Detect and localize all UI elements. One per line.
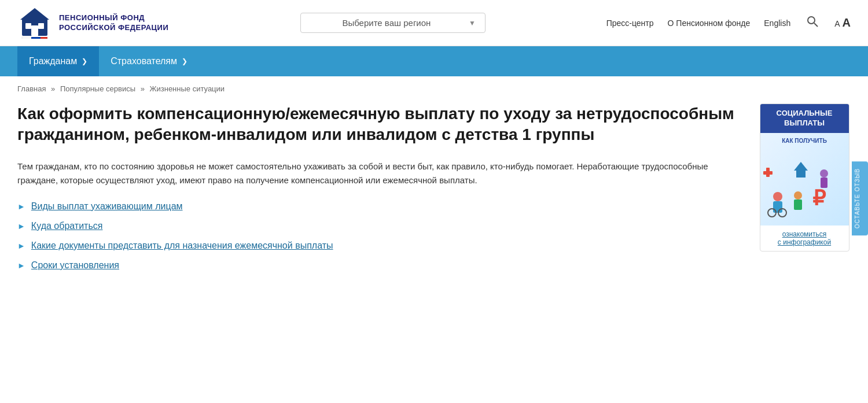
svg-rect-5 bbox=[22, 37, 31, 39]
header: ПЕНСИОННЫЙ ФОНД РОССИЙСКОЙ ФЕДЕРАЦИИ Выб… bbox=[0, 0, 868, 46]
logo-title-line1: ПЕНСИОННЫЙ ФОНД bbox=[59, 13, 168, 23]
region-select-area: Выберите ваш регион ▼ bbox=[179, 13, 606, 33]
svg-rect-3 bbox=[38, 23, 44, 29]
list-item: ► Какие документы представить для назнач… bbox=[17, 241, 741, 251]
infographic-link[interactable]: ознакомитьсяс инфографикой bbox=[760, 225, 849, 251]
breadcrumb: Главная » Популярные сервисы » Жизненные… bbox=[0, 76, 868, 98]
intro-text: Тем гражданам, кто по состоянию здоровья… bbox=[17, 160, 712, 187]
breadcrumb-current: Жизненные ситуации bbox=[149, 84, 225, 93]
svg-rect-7 bbox=[41, 37, 47, 39]
main-navbar: Гражданам ❯ Страхователям ❯ bbox=[0, 46, 868, 76]
nav-citizens[interactable]: Гражданам ❯ bbox=[17, 46, 99, 76]
nav-citizens-label: Гражданам bbox=[29, 56, 77, 66]
breadcrumb-sep2: » bbox=[141, 84, 145, 93]
infographic-sub: КАК ПОЛУЧИТЬ bbox=[782, 138, 827, 144]
search-button[interactable] bbox=[804, 13, 821, 32]
arrow-icon-3: ► bbox=[17, 241, 25, 250]
content-sidebar: СОЦИАЛЬНЫЕ ВЫПЛАТЫ КАК ПОЛУЧИТЬ ₽ bbox=[758, 103, 851, 271]
svg-rect-6 bbox=[31, 37, 41, 39]
svg-point-14 bbox=[794, 191, 802, 199]
breadcrumb-sep1: » bbox=[51, 84, 55, 93]
breadcrumb-home[interactable]: Главная bbox=[17, 84, 46, 93]
region-dropdown[interactable]: Выберите ваш регион ▼ bbox=[300, 13, 486, 33]
arrow-icon-4: ► bbox=[17, 261, 25, 270]
font-size-controls[interactable]: A A bbox=[834, 16, 851, 29]
arrow-icon-2: ► bbox=[17, 221, 25, 231]
infographic-svg: ₽ bbox=[760, 145, 841, 220]
links-list: ► Виды выплат ухаживающим лицам ► Куда о… bbox=[17, 201, 741, 271]
list-item: ► Виды выплат ухаживающим лицам bbox=[17, 201, 741, 212]
svg-text:₽: ₽ bbox=[812, 186, 826, 210]
svg-rect-15 bbox=[794, 199, 802, 210]
side-tab[interactable]: ОСТАВЬТЕ ОТЗЫВ bbox=[852, 161, 868, 235]
list-item: ► Куда обратиться bbox=[17, 221, 741, 231]
infographic-header: СОЦИАЛЬНЫЕ ВЫПЛАТЫ bbox=[760, 104, 849, 133]
svg-rect-2 bbox=[25, 23, 31, 29]
link-terms[interactable]: Сроки установления bbox=[31, 260, 119, 271]
search-icon bbox=[807, 16, 818, 27]
svg-rect-22 bbox=[821, 178, 827, 188]
link-types-of-payments[interactable]: Виды выплат ухаживающим лицам bbox=[31, 201, 183, 212]
pfr-logo-icon bbox=[17, 7, 52, 39]
svg-marker-19 bbox=[794, 162, 808, 171]
link-where-to-apply[interactable]: Куда обратиться bbox=[31, 221, 103, 231]
nav-insurers-label: Страхователям bbox=[111, 56, 177, 66]
list-item: ► Сроки установления bbox=[17, 260, 741, 271]
svg-point-8 bbox=[808, 17, 815, 24]
about-link[interactable]: О Пенсионном фонде bbox=[668, 19, 751, 28]
svg-point-21 bbox=[820, 169, 828, 178]
region-dropdown-text: Выберите ваш регион bbox=[310, 18, 463, 28]
font-small-label[interactable]: A bbox=[834, 19, 840, 28]
infographic-card: СОЦИАЛЬНЫЕ ВЫПЛАТЫ КАК ПОЛУЧИТЬ ₽ bbox=[760, 103, 849, 252]
nav-insurers[interactable]: Страхователям ❯ bbox=[99, 46, 199, 76]
chevron-down-icon: ▼ bbox=[469, 19, 476, 27]
link-documents[interactable]: Какие документы представить для назначен… bbox=[31, 241, 333, 251]
logo-title-line2: РОССИЙСКОЙ ФЕДЕРАЦИИ bbox=[59, 23, 168, 33]
content-left: Как оформить компенсационную/ежемесячную… bbox=[17, 103, 741, 271]
svg-rect-4 bbox=[31, 25, 38, 36]
svg-point-10 bbox=[773, 192, 782, 201]
svg-rect-11 bbox=[773, 201, 782, 213]
svg-rect-20 bbox=[796, 171, 806, 178]
font-large-label[interactable]: A bbox=[843, 16, 851, 29]
svg-rect-18 bbox=[763, 171, 773, 175]
main-content: Как оформить компенсационную/ежемесячную… bbox=[0, 98, 868, 288]
infographic-image: КАК ПОЛУЧИТЬ ₽ bbox=[760, 133, 849, 225]
header-nav: Пресс-центр О Пенсионном фонде English A… bbox=[606, 13, 851, 32]
svg-point-12 bbox=[768, 209, 776, 217]
breadcrumb-popular[interactable]: Популярные сервисы bbox=[60, 84, 135, 93]
press-center-link[interactable]: Пресс-центр bbox=[606, 19, 654, 28]
page-title: Как оформить компенсационную/ежемесячную… bbox=[17, 103, 741, 146]
svg-marker-1 bbox=[20, 8, 49, 20]
logo-text: ПЕНСИОННЫЙ ФОНД РОССИЙСКОЙ ФЕДЕРАЦИИ bbox=[59, 13, 168, 33]
nav-citizens-chevron: ❯ bbox=[82, 57, 87, 65]
nav-insurers-chevron: ❯ bbox=[182, 57, 187, 65]
svg-line-9 bbox=[814, 23, 818, 27]
arrow-icon-1: ► bbox=[17, 202, 25, 211]
language-link[interactable]: English bbox=[764, 19, 790, 28]
logo-area: ПЕНСИОННЫЙ ФОНД РОССИЙСКОЙ ФЕДЕРАЦИИ bbox=[17, 7, 179, 39]
